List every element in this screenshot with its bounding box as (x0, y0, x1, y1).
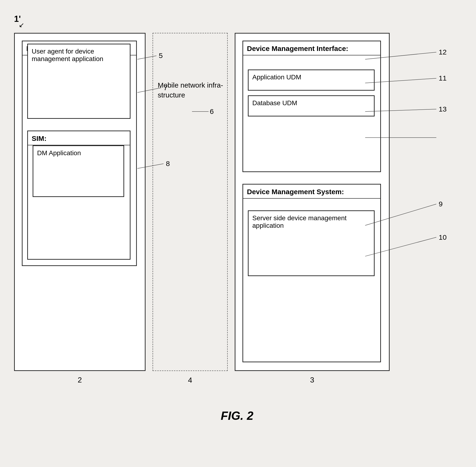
dms-outer-box: Device Management System: Server side de… (243, 184, 381, 362)
dmi-title: Device Management Interface: (243, 41, 380, 55)
server-column-label: 3 (310, 376, 314, 384)
sim-box: SIM: DM Application (27, 130, 130, 260)
ssapp-box: Server side device management applicatio… (248, 210, 375, 276)
ssapp-text: Server side device management applicatio… (249, 211, 374, 233)
db-udm-text: Database UDM (249, 96, 374, 110)
diagram-container: 1' ↙ Handset: User agent for device mana… (14, 14, 460, 437)
user-agent-box: User agent for device management applica… (27, 44, 130, 119)
handset-column-label: 2 (78, 376, 82, 384)
network-text: Mobile network infra-structure (158, 80, 227, 100)
figure-caption: FIG. 2 (221, 409, 254, 423)
sim-title: SIM: (28, 131, 130, 145)
arrow-icon: ↙ (19, 21, 24, 29)
handset-column: Handset: User agent for device managemen… (14, 33, 145, 371)
dmi-outer-box: Device Management Interface: Application… (243, 41, 381, 172)
app-udm-box: Application UDM (248, 69, 375, 91)
dm-application-box: DM Application (33, 145, 124, 197)
db-udm-box: Database UDM (248, 95, 375, 117)
network-column: Mobile network infra-structure 4 (153, 33, 228, 371)
server-column: Device Management Interface: Application… (235, 33, 390, 371)
user-agent-text: User agent for device management applica… (28, 44, 130, 66)
dm-application-text: DM Application (33, 146, 123, 160)
dms-title: Device Management System: (243, 184, 380, 199)
network-column-label: 4 (188, 376, 192, 385)
app-udm-text: Application UDM (249, 70, 374, 84)
handset-outer-box: Handset: User agent for device managemen… (22, 41, 137, 266)
columns-layout: Handset: User agent for device managemen… (14, 33, 455, 399)
